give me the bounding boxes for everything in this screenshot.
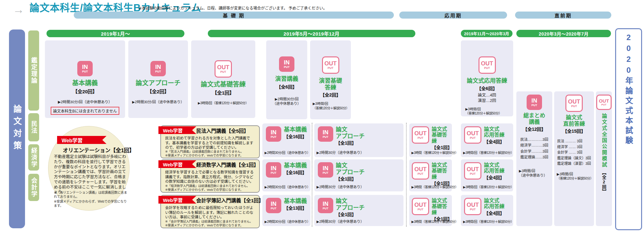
badge-put-label: PUT — [271, 207, 276, 210]
badge-put-label: PUT — [484, 67, 490, 70]
badge-put-label: PUT — [155, 70, 161, 73]
web-box-note: ※受講メディアにかかわらず、Webでの学習になります。 — [165, 223, 243, 227]
input-badge: IN PUT — [318, 162, 333, 178]
subject-label: 鑑定理論 — [30, 57, 38, 84]
web-box-note: ※「民法入門講義」は総講義回数に含まれておりません。 — [165, 150, 244, 154]
web-box-note: ※「経済数学入門講義」は総講義回数に含まれておりません。 — [165, 184, 250, 188]
output-badge: OUT PUT — [565, 95, 583, 112]
input-badge: IN PUT — [318, 126, 333, 142]
course-count: 【全16回】 — [284, 133, 307, 139]
course-detail: ▶3時間（答練120分＋解説50分） — [411, 220, 458, 224]
subject-bar-minpo: 民法 — [28, 113, 39, 141]
course-breakdown: 鑑定理論……3回 — [521, 154, 548, 160]
course-detail: （途中休憩あり） — [519, 173, 547, 178]
course-breakdown: 会計学………3回 — [521, 148, 548, 154]
badge-put-label: PUT — [271, 136, 276, 138]
course-count: 【全4回】 — [484, 210, 504, 216]
badge-put-label: PUT — [470, 208, 476, 211]
card-kiso-toren-kantei: OUT PUT 論文式基礎答練 【全1回】 ▶3時間/回（答練120分＋解説50… — [191, 40, 255, 118]
course-detail: ▶2時間30分/回（途中休憩あり） — [265, 151, 310, 155]
course-count: 【全2回】 — [320, 91, 341, 98]
card-ronbun-approach-keizai: IN PUT 論文 アプローチ 【全1回】 ▶2時間30分（途中休憩あり） — [314, 159, 403, 191]
badge-put-label: PUT — [470, 137, 476, 139]
course-title: 基本講義 — [284, 162, 307, 169]
course-count: 【全20回】 — [73, 88, 97, 95]
header-note: ※本試験の動向等によりカリキュラム、日程、講師等が変更になる場合がございます。 … — [139, 5, 327, 11]
badge-in-label: IN — [271, 201, 276, 207]
course-detail: ▶3時間/回 — [465, 107, 481, 112]
course-title: 論文 — [336, 198, 365, 205]
web-box-body: 経済学を学習する上で必要となる数学知識を復習する講義です。指数計算、連立方程式、… — [165, 170, 256, 184]
course-title: 論文式 — [432, 198, 452, 204]
input-badge: IN PUT — [527, 95, 542, 110]
badge-in-label: IN — [82, 64, 88, 70]
card-kiso-toren-minpo: OUT PUT 論文式 基礎答練 【全1回】 ▶3時間（答練120分＋解説50分… — [409, 123, 452, 157]
output-badge: OUT PUT — [322, 56, 339, 74]
input-badge: IN PUT — [318, 198, 333, 213]
course-detail: ▶3時間/回（答練120分＋解説50分） — [463, 151, 514, 155]
badge-put-label: PUT — [418, 208, 423, 211]
subject-bar-kaikei: 会計学 — [28, 174, 39, 201]
course-count: 【全1回】 — [212, 89, 234, 96]
course-detail: ▶2時間30分/回（途中休憩あり） — [265, 220, 310, 224]
course-title: 演習講義 — [275, 76, 298, 82]
card-somatome-kogi: IN PUT 総まとめ 講義 【全12回】 民法…………3回 経済学………3回 … — [516, 91, 552, 226]
course-count: 【全1回】 — [432, 144, 452, 150]
subject-label: 会計学 — [30, 177, 38, 197]
badge-put-label: PUT — [571, 105, 577, 108]
web-box-note: ※「会計学簿記入門講義」は総講義回数に含まれておりません。 — [165, 220, 253, 223]
course-breakdown: 論文…4回 — [478, 93, 496, 98]
course-title: 論文 — [336, 126, 365, 133]
input-badge: IN PUT — [266, 198, 281, 213]
output-badge: OUT PUT — [479, 56, 496, 74]
badge-out-label: OUT — [217, 64, 229, 70]
badge-in-label: IN — [271, 130, 276, 135]
badge-out-label: OUT — [414, 130, 427, 136]
course-detail: ▶2時間30分（途中休憩あり） — [317, 150, 364, 155]
course-breakdown: 鑑定理論（論文）3回 — [557, 155, 591, 161]
web-box-note: ※受講メディアにかかわらず、Webでの学習になります。 — [165, 188, 243, 192]
card-oyo-toren-kantei: OUT PUT 論文式応用答練 【全6回】 論文…4回 演習…2回 ▶3時間/回… — [461, 40, 513, 116]
course-breakdown: 鑑定理論（演習）3回 — [557, 161, 591, 167]
course-title: 論文式 — [484, 198, 504, 204]
web-learning-ribbon: Web学習 — [158, 126, 196, 134]
web-box-title: 経済数学入門講義【全1回】 — [196, 161, 259, 168]
badge-put-label: PUT — [328, 67, 334, 70]
course-count: 【全1回】 — [336, 211, 365, 217]
sidebar-label: 論文対策 — [11, 105, 23, 153]
course-title: 論文式応用答練 — [467, 78, 507, 84]
course-title: 論文式 — [432, 126, 452, 132]
output-badge: OUT PUT — [412, 198, 429, 215]
output-badge: OUT PUT — [412, 126, 429, 144]
exam-label: 2020年論文式本試験 — [623, 29, 634, 229]
course-count: 【全4回】 — [484, 174, 504, 180]
course-count: 【全12回】 — [523, 126, 546, 132]
course-title: 総まとめ — [523, 113, 545, 119]
badge-out-label: OUT — [568, 99, 580, 105]
badge-in-label: IN — [323, 201, 328, 207]
output-badge: OUT PUT — [464, 198, 481, 215]
badge-put-label: PUT — [418, 137, 423, 139]
badge-in-label: IN — [323, 165, 328, 171]
course-detail: ▶2時間30分（途中休憩あり） — [317, 185, 364, 189]
output-badge: OUT PUT — [215, 60, 232, 78]
course-detail: （答練120分＋解説50分） — [557, 176, 593, 180]
course-breakdown: 民法…………3回 — [521, 137, 548, 142]
course-detail: （途中休憩あり） — [273, 101, 301, 106]
course-count: 【全6回】 — [477, 85, 497, 91]
badge-put-label: PUT — [323, 172, 328, 174]
badge-put-label: PUT — [601, 104, 606, 106]
course-title: 演習基礎 — [319, 78, 342, 84]
course-title: 講義 — [529, 119, 540, 125]
web-box-body: 民法を初めて学習される方を対象とした入門講義です。基本講義を学習する上での前提知… — [165, 136, 256, 150]
course-count: 【全4回】 — [484, 138, 504, 145]
course-detail: ▶2時間30分（途中休憩あり） — [317, 219, 364, 224]
web-box-note: ※受講メディアにかかわらず、Webでの学習になります。 — [165, 154, 243, 157]
output-badge: OUT PUT — [596, 95, 612, 110]
card-zenkoku-koukai-moshi: OUT PUT 論文式全国公開模試 【全2回】 — [596, 91, 612, 226]
dotted-divider — [312, 123, 312, 227]
course-title: 基本講義 — [72, 80, 98, 87]
course-count: 【全15回】 — [563, 128, 586, 134]
subject-label: 民法 — [30, 121, 38, 134]
course-detail: ▶3時間/回（答練120分＋解説50分） — [463, 220, 514, 224]
